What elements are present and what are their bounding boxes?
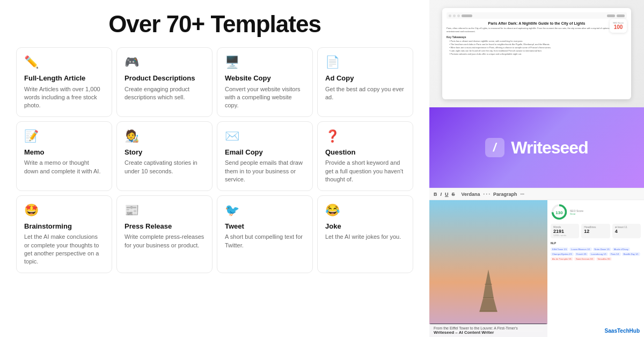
bottom-toolbar: B I U S Verdana · · · Paragraph ··· [429, 188, 644, 200]
toolbar-font: Verdana [462, 192, 480, 197]
nlp-tag: Eiffel Tower 1/1 [551, 247, 568, 251]
template-desc: Write Articles with over 1,000 words inc… [24, 85, 104, 110]
nlp-tag: Louvre Museum 1/1 [569, 247, 591, 251]
template-card-press-release[interactable]: 📰 Press Release Write complete press-rel… [116, 195, 213, 273]
nlp-tag: Bastille Day 1/1 [622, 252, 640, 256]
nlp-tag: Notre-Dame 1/1 [593, 247, 611, 251]
caption-platform: SaasTechHub [605, 328, 640, 334]
template-name: Full-Length Article [24, 74, 104, 83]
bottom-stats-panel: 130 SEO Score Great Words 2191 1,000+ wo… [547, 200, 644, 337]
toolbar-italic[interactable]: I [441, 192, 442, 197]
template-card-story[interactable]: 🧑‍🎨 Story Create captivating stories in … [116, 121, 213, 191]
writeseed-brand-name: Writeseed [511, 138, 588, 158]
template-icon: 😂 [325, 203, 405, 217]
template-desc: Send people emails that draw them in to … [225, 159, 305, 184]
eiffel-tower-illustration [470, 267, 507, 321]
template-name: Email Copy [225, 148, 305, 157]
toolbar-size: · · · [484, 192, 491, 197]
template-card-ad-copy[interactable]: 📄 Ad Copy Get the best ad copy you ever … [317, 47, 413, 117]
nlp-tag-missing: Arc de Triomphe 0/1 [551, 257, 573, 261]
template-icon: ✏️ [24, 55, 104, 69]
toolbar-strikethrough[interactable]: S [452, 192, 455, 197]
editor-body-text: Paris, often referred to as the City of … [447, 27, 627, 33]
template-name: Tweet [225, 222, 305, 231]
template-icon: 📰 [125, 203, 204, 217]
stat-col4: at least 11 4 [612, 224, 641, 238]
bottom-caption: From the Eiffel Tower to the Louvre: A F… [429, 324, 644, 337]
editor-bullets: • Paris has a vibrant and diverse nightl… [447, 40, 627, 56]
template-name: Memo [24, 148, 104, 157]
caption-subtitle: From the Eiffel Tower to the Louvre: A F… [434, 326, 518, 330]
template-card-email-copy[interactable]: ✉️ Email Copy Send people emails that dr… [217, 121, 313, 191]
right-panel: Paris After Dark: A Nightlife Guide to t… [429, 0, 644, 337]
template-card-full-length-article[interactable]: ✏️ Full-Length Article Write Articles wi… [16, 47, 112, 117]
editor-mockup: Paris After Dark: A Nightlife Guide to t… [442, 8, 631, 99]
nlp-tag: Luxembourg 1/1 [589, 252, 608, 256]
stat-col3: Headlines 12 [581, 224, 610, 238]
nlp-tag-missing: Saint-Germain 0/1 [574, 257, 595, 261]
nlp-label: NLP [551, 241, 641, 245]
template-card-joke[interactable]: 😂 Joke Let the AI write jokes for you. [317, 195, 413, 273]
template-desc: Create engaging product descriptions whi… [125, 85, 204, 102]
svg-text:130: 130 [555, 210, 563, 215]
templates-grid: ✏️ Full-Length Article Write Articles wi… [16, 47, 413, 273]
template-icon: 🖥️ [225, 55, 305, 69]
template-icon: 📄 [325, 55, 405, 69]
template-desc: Let the AI make conclusions or complete … [24, 233, 104, 266]
template-card-product-descriptions[interactable]: 🎮 Product Descriptions Create engaging p… [116, 47, 213, 117]
toolbar-paragraph: Paragraph [493, 192, 517, 197]
seo-label: SEO Score [570, 209, 583, 213]
template-icon: 🎮 [125, 55, 204, 69]
nlp-tag-missing: Versailles 0/1 [596, 257, 612, 261]
template-desc: Write a memo or thought down and complet… [24, 159, 104, 175]
template-card-brainstorming[interactable]: 🤩 Brainstorming Let the AI make conclusi… [16, 195, 112, 273]
template-desc: Create captivating stories in under 10 s… [125, 159, 204, 175]
editor-preview-panel: Paris After Dark: A Nightlife Guide to t… [429, 0, 644, 107]
svg-marker-2 [479, 298, 497, 312]
bottom-image-area [429, 200, 547, 337]
template-card-website-copy[interactable]: 🖥️ Website Copy Convert your website vis… [217, 47, 313, 117]
svg-marker-0 [485, 269, 492, 285]
stats-row-1: Words 2191 1,000+ words Headlines 12 at … [551, 224, 641, 238]
nlp-tag: Paris 5/1 [609, 252, 621, 256]
template-icon: 🧑‍🎨 [125, 129, 204, 143]
template-card-tweet[interactable]: 🐦 Tweet A short but compelling text for … [217, 195, 313, 273]
template-desc: Let the AI write jokes for you. [325, 233, 405, 241]
seo-score-value: 100 [613, 24, 624, 30]
nlp-tag: Musée d'Orsay [612, 247, 630, 251]
writeseed-logo-icon: / [485, 138, 504, 157]
template-desc: A short but compelling text for Twitter. [225, 233, 305, 250]
template-icon: 🤩 [24, 203, 104, 217]
template-name: Story [125, 148, 204, 157]
template-icon: ✉️ [225, 129, 305, 143]
editor-key-takeaways: Key Takeaways [447, 35, 627, 39]
template-name: Brainstorming [24, 222, 104, 231]
bottom-editor-panel: B I U S Verdana · · · Paragraph ··· [429, 188, 644, 337]
editor-toolbar [447, 12, 627, 19]
template-name: Joke [325, 222, 405, 231]
template-desc: Get the best ad copy you ever ad. [325, 85, 405, 102]
toolbar-underline[interactable]: U [445, 192, 449, 197]
template-name: Product Descriptions [125, 74, 204, 83]
svg-marker-1 [483, 285, 494, 298]
template-name: Website Copy [225, 74, 305, 83]
template-desc: Write complete press-releases for your b… [125, 233, 204, 250]
template-card-question[interactable]: ❓ Question Provide a short keyword and g… [317, 121, 413, 191]
template-icon: 🐦 [225, 203, 305, 217]
template-icon: ❓ [325, 129, 405, 143]
seo-score-arc: 130 [551, 203, 568, 221]
nlp-tags-container: Eiffel Tower 1/1 Louvre Museum 1/1 Notre… [551, 247, 641, 261]
bottom-content: 130 SEO Score Great Words 2191 1,000+ wo… [429, 200, 644, 337]
template-icon: 📝 [24, 129, 104, 143]
left-panel: Over 70+ Templates ✏️ Full-Length Articl… [0, 0, 429, 337]
nlp-tag: Champs-Elysées 2/1 [551, 252, 574, 256]
template-name: Ad Copy [325, 74, 405, 83]
template-card-memo[interactable]: 📝 Memo Write a memo or thought down and … [16, 121, 112, 191]
seo-score-badge: SEO Score 100 [610, 19, 627, 33]
toolbar-bold[interactable]: B [434, 192, 437, 197]
template-name: Press Release [125, 222, 204, 231]
writeseed-slash-icon: / [492, 141, 498, 155]
template-desc: Convert your website visitors with a com… [225, 85, 305, 110]
toolbar-more[interactable]: ··· [521, 192, 525, 197]
editor-article-title: Paris After Dark: A Nightlife Guide to t… [447, 21, 627, 25]
